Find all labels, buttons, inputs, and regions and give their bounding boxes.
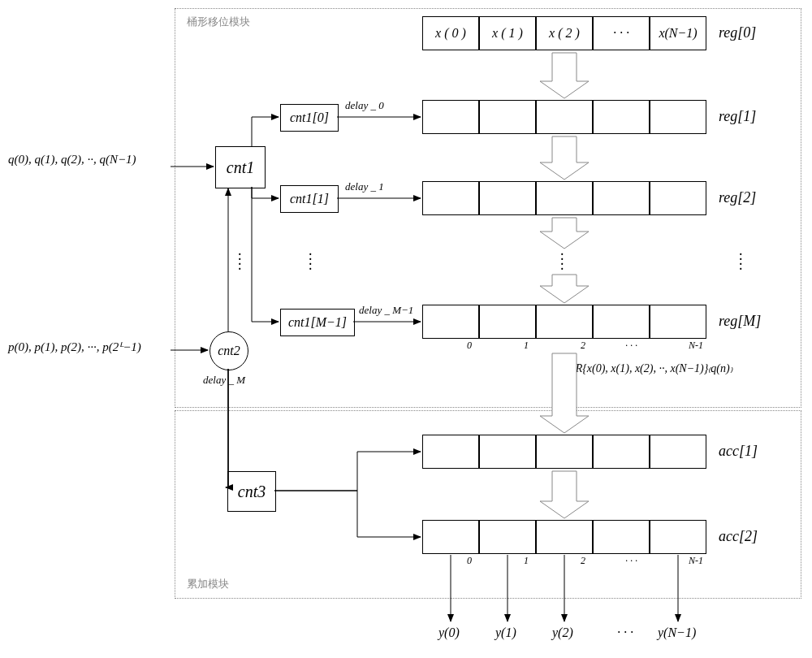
cnt2-block: cnt2 bbox=[209, 331, 248, 370]
delay-1: delay _ 1 bbox=[345, 180, 384, 193]
reg-1-row bbox=[422, 100, 706, 134]
reg0-c2: x ( 2 ) bbox=[536, 16, 593, 50]
idx1-m: 1 bbox=[524, 340, 529, 352]
idxn-a: N-1 bbox=[689, 555, 703, 567]
y1: y(1) bbox=[495, 626, 516, 640]
idxn-m: N-1 bbox=[689, 340, 703, 352]
reg0-c0: x ( 0 ) bbox=[422, 16, 479, 50]
reg1-label: reg[1] bbox=[719, 108, 756, 125]
acc-2-row bbox=[422, 520, 706, 554]
idxd-m: · · · bbox=[625, 340, 637, 352]
barrel-shift-title: 桶形移位模块 bbox=[187, 15, 250, 29]
vdots-cnt: ···· bbox=[238, 252, 242, 271]
acc2-label: acc[2] bbox=[719, 528, 758, 545]
cnt1-block: cnt1 bbox=[215, 146, 266, 188]
accumulate-title: 累加模块 bbox=[187, 577, 229, 591]
regm-label: reg[M] bbox=[719, 313, 761, 330]
idx0-a: 0 bbox=[467, 555, 472, 567]
y0: y(0) bbox=[438, 626, 460, 640]
idxd-a: · · · bbox=[625, 555, 637, 567]
y2: y(2) bbox=[552, 626, 573, 640]
ror-expr: ROR{x(0), x(1), x(2), ··, x(N−1)}₍q(n)₎ bbox=[560, 361, 732, 375]
vdots-reg: ···· bbox=[560, 252, 564, 271]
delay-m-1: delay _ M−1 bbox=[359, 304, 413, 317]
reg0-label: reg[0] bbox=[719, 24, 756, 41]
delay-m: delay _ M bbox=[203, 374, 245, 387]
idx1-a: 1 bbox=[524, 555, 529, 567]
cnt3-label: cnt3 bbox=[238, 483, 266, 501]
cnt1-label: cnt1 bbox=[227, 158, 254, 177]
vdots-reglbl: ···· bbox=[739, 252, 743, 271]
acc1-label: acc[1] bbox=[719, 443, 758, 460]
vdots-cnt1arr: ···· bbox=[309, 252, 313, 271]
delay-0: delay _ 0 bbox=[345, 99, 384, 112]
yd: · · · bbox=[617, 626, 633, 640]
q-seq-label: q(0), q(1), q(2), ··, q(N−1) bbox=[8, 153, 136, 167]
yn: y(N−1) bbox=[658, 626, 696, 640]
idx0-m: 0 bbox=[467, 340, 472, 352]
reg-m-row bbox=[422, 305, 706, 339]
reg0-c3: · · · bbox=[593, 16, 650, 50]
reg0-c4: x(N−1) bbox=[650, 16, 706, 50]
p-seq-label: p(0), p(1), p(2), ···, p(2ᴸ−1) bbox=[8, 340, 141, 354]
idx2-a: 2 bbox=[581, 555, 585, 567]
reg-2-row bbox=[422, 181, 706, 215]
cnt1-0: cnt1[0] bbox=[280, 104, 339, 132]
cnt1-m-1: cnt1[M−1] bbox=[280, 309, 355, 336]
acc-1-row bbox=[422, 435, 706, 469]
cnt1-m-1-label: cnt1[M−1] bbox=[288, 315, 347, 330]
cnt1-1: cnt1[1] bbox=[280, 185, 339, 213]
reg-0-row: x ( 0 ) x ( 1 ) x ( 2 ) · · · x(N−1) bbox=[422, 16, 706, 50]
cnt2-label: cnt2 bbox=[218, 344, 240, 358]
cnt3-block: cnt3 bbox=[227, 471, 276, 512]
reg0-c1: x ( 1 ) bbox=[479, 16, 536, 50]
idx2-m: 2 bbox=[581, 340, 585, 352]
cnt1-0-label: cnt1[0] bbox=[290, 110, 329, 125]
reg2-label: reg[2] bbox=[719, 189, 756, 206]
cnt1-1-label: cnt1[1] bbox=[290, 192, 329, 206]
